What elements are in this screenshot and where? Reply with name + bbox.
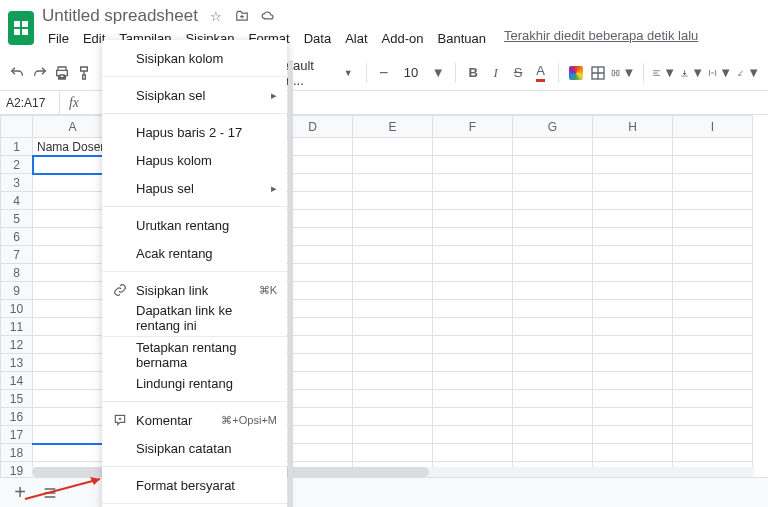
all-sheets-button[interactable]	[38, 481, 62, 505]
menu-data[interactable]: Data	[298, 28, 337, 49]
halign-button[interactable]: ▼	[652, 61, 676, 85]
cell-F15[interactable]	[433, 390, 513, 408]
cell-E14[interactable]	[353, 372, 433, 390]
col-header-A[interactable]: A	[33, 116, 113, 138]
cell-A9[interactable]	[33, 282, 113, 300]
cell-A2[interactable]	[33, 156, 113, 174]
cell-A6[interactable]	[33, 228, 113, 246]
cell-G15[interactable]	[513, 390, 593, 408]
cell-G13[interactable]	[513, 354, 593, 372]
cell-A18[interactable]	[33, 444, 113, 462]
cell-E9[interactable]	[353, 282, 433, 300]
row-header-9[interactable]: 9	[1, 282, 33, 300]
cell-H1[interactable]	[593, 138, 673, 156]
add-sheet-button[interactable]: +	[8, 481, 32, 505]
row-header-6[interactable]: 6	[1, 228, 33, 246]
cell-G2[interactable]	[513, 156, 593, 174]
cell-H14[interactable]	[593, 372, 673, 390]
cell-E15[interactable]	[353, 390, 433, 408]
cell-I9[interactable]	[673, 282, 753, 300]
col-header-F[interactable]: F	[433, 116, 513, 138]
cell-A8[interactable]	[33, 264, 113, 282]
cell-G12[interactable]	[513, 336, 593, 354]
menu-tools[interactable]: Alat	[339, 28, 373, 49]
row-header-11[interactable]: 11	[1, 318, 33, 336]
cell-F6[interactable]	[433, 228, 513, 246]
col-header-G[interactable]: G	[513, 116, 593, 138]
cell-F12[interactable]	[433, 336, 513, 354]
menu-item-hapus-kolom[interactable]: Hapus kolom	[102, 146, 287, 174]
cell-G1[interactable]	[513, 138, 593, 156]
cell-H17[interactable]	[593, 426, 673, 444]
cell-H9[interactable]	[593, 282, 673, 300]
menu-item-format-bersyarat[interactable]: Format bersyarat	[102, 471, 287, 499]
menu-item-sisipkan-catatan[interactable]: Sisipkan catatan	[102, 434, 287, 462]
cell-I14[interactable]	[673, 372, 753, 390]
cell-G3[interactable]	[513, 174, 593, 192]
cell-G17[interactable]	[513, 426, 593, 444]
cell-G4[interactable]	[513, 192, 593, 210]
cell-F3[interactable]	[433, 174, 513, 192]
cell-I15[interactable]	[673, 390, 753, 408]
cell-A11[interactable]	[33, 318, 113, 336]
select-all-corner[interactable]	[1, 116, 33, 138]
cell-I8[interactable]	[673, 264, 753, 282]
cell-I16[interactable]	[673, 408, 753, 426]
cell-E5[interactable]	[353, 210, 433, 228]
cell-E18[interactable]	[353, 444, 433, 462]
cell-F7[interactable]	[433, 246, 513, 264]
valign-button[interactable]: ▼	[680, 61, 704, 85]
cell-G9[interactable]	[513, 282, 593, 300]
cell-E1[interactable]	[353, 138, 433, 156]
cell-A3[interactable]	[33, 174, 113, 192]
cell-G16[interactable]	[513, 408, 593, 426]
cell-G8[interactable]	[513, 264, 593, 282]
col-header-E[interactable]: E	[353, 116, 433, 138]
row-header-15[interactable]: 15	[1, 390, 33, 408]
menu-file[interactable]: File	[42, 28, 75, 49]
menu-item-sisipkan-sel[interactable]: Sisipkan sel▸	[102, 81, 287, 109]
cell-F8[interactable]	[433, 264, 513, 282]
cell-E17[interactable]	[353, 426, 433, 444]
cell-I17[interactable]	[673, 426, 753, 444]
borders-button[interactable]	[589, 61, 607, 85]
cell-E16[interactable]	[353, 408, 433, 426]
cloud-icon[interactable]	[260, 8, 276, 24]
print-button[interactable]	[53, 61, 71, 85]
cell-F17[interactable]	[433, 426, 513, 444]
row-header-3[interactable]: 3	[1, 174, 33, 192]
cell-G5[interactable]	[513, 210, 593, 228]
cell-H15[interactable]	[593, 390, 673, 408]
row-header-17[interactable]: 17	[1, 426, 33, 444]
cell-G11[interactable]	[513, 318, 593, 336]
paint-format-button[interactable]	[75, 61, 93, 85]
cell-H3[interactable]	[593, 174, 673, 192]
cell-I18[interactable]	[673, 444, 753, 462]
cell-E7[interactable]	[353, 246, 433, 264]
doc-title[interactable]: Untitled spreadsheet	[42, 6, 198, 26]
cell-F13[interactable]	[433, 354, 513, 372]
cell-H7[interactable]	[593, 246, 673, 264]
sheets-logo[interactable]	[8, 11, 34, 45]
row-header-10[interactable]: 10	[1, 300, 33, 318]
cell-E13[interactable]	[353, 354, 433, 372]
fill-color-button[interactable]	[566, 61, 584, 85]
bold-button[interactable]: B	[464, 61, 482, 85]
menu-item-hapus-sel[interactable]: Hapus sel▸	[102, 174, 287, 202]
row-header-7[interactable]: 7	[1, 246, 33, 264]
cell-H11[interactable]	[593, 318, 673, 336]
wrap-button[interactable]: ▼	[708, 61, 732, 85]
menu-help[interactable]: Bantuan	[432, 28, 492, 49]
cell-I11[interactable]	[673, 318, 753, 336]
cell-H6[interactable]	[593, 228, 673, 246]
cell-A14[interactable]	[33, 372, 113, 390]
font-size-input[interactable]: 10	[397, 61, 425, 85]
menu-item-lindungi-rentang[interactable]: Lindungi rentang	[102, 369, 287, 397]
cell-F11[interactable]	[433, 318, 513, 336]
cell-A16[interactable]	[33, 408, 113, 426]
col-header-I[interactable]: I	[673, 116, 753, 138]
font-size-decrease[interactable]: −	[375, 61, 393, 85]
move-icon[interactable]	[234, 8, 250, 24]
cell-I3[interactable]	[673, 174, 753, 192]
cell-I1[interactable]	[673, 138, 753, 156]
